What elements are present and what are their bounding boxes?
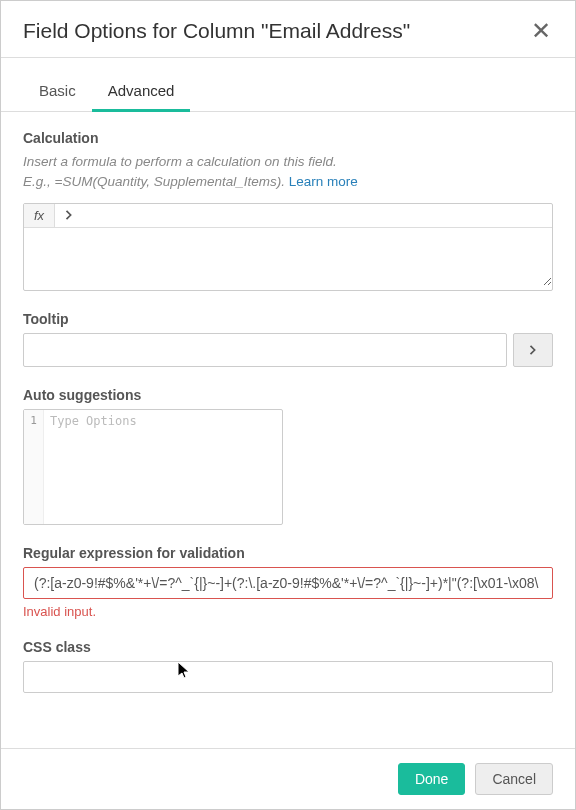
chevron-right-icon (529, 345, 537, 355)
line-gutter: 1 (24, 410, 44, 524)
calculation-toolbar: fx (24, 204, 552, 228)
tab-basic[interactable]: Basic (23, 76, 92, 112)
suggestions-box: 1 Type Options (23, 409, 283, 525)
tab-advanced[interactable]: Advanced (92, 76, 191, 112)
calculation-hint: Insert a formula to perform a calculatio… (23, 152, 553, 193)
css-section: CSS class (23, 639, 553, 693)
regex-error: Invalid input. (23, 604, 553, 619)
done-button[interactable]: Done (398, 763, 465, 795)
dialog-content: Calculation Insert a formula to perform … (1, 112, 575, 748)
regex-section: Regular expression for validation Invali… (23, 545, 553, 619)
tooltip-section: Tooltip (23, 311, 553, 367)
close-icon: ✕ (531, 17, 551, 44)
suggestions-input[interactable]: Type Options (44, 410, 282, 524)
calculation-section: Calculation Insert a formula to perform … (23, 130, 553, 291)
dialog-header: Field Options for Column "Email Address"… (1, 1, 575, 57)
dialog-footer: Done Cancel (1, 748, 575, 809)
regex-input[interactable] (23, 567, 553, 599)
close-button[interactable]: ✕ (529, 19, 553, 43)
learn-more-link[interactable]: Learn more (289, 174, 358, 189)
regex-label: Regular expression for validation (23, 545, 553, 561)
tooltip-expand-button[interactable] (513, 333, 553, 367)
css-input[interactable] (23, 661, 553, 693)
suggestions-label: Auto suggestions (23, 387, 553, 403)
field-options-dialog: Field Options for Column "Email Address"… (0, 0, 576, 810)
tab-bar: Basic Advanced (1, 58, 575, 112)
tooltip-input[interactable] (23, 333, 507, 367)
formula-expand-button[interactable] (55, 204, 83, 227)
calculation-box: fx (23, 203, 553, 291)
calculation-input[interactable] (24, 228, 552, 286)
cancel-button[interactable]: Cancel (475, 763, 553, 795)
tooltip-label: Tooltip (23, 311, 553, 327)
calculation-label: Calculation (23, 130, 553, 146)
fx-button[interactable]: fx (24, 204, 55, 227)
chevron-right-icon (65, 210, 73, 220)
suggestions-section: Auto suggestions 1 Type Options (23, 387, 553, 525)
dialog-title: Field Options for Column "Email Address" (23, 19, 410, 43)
css-label: CSS class (23, 639, 553, 655)
